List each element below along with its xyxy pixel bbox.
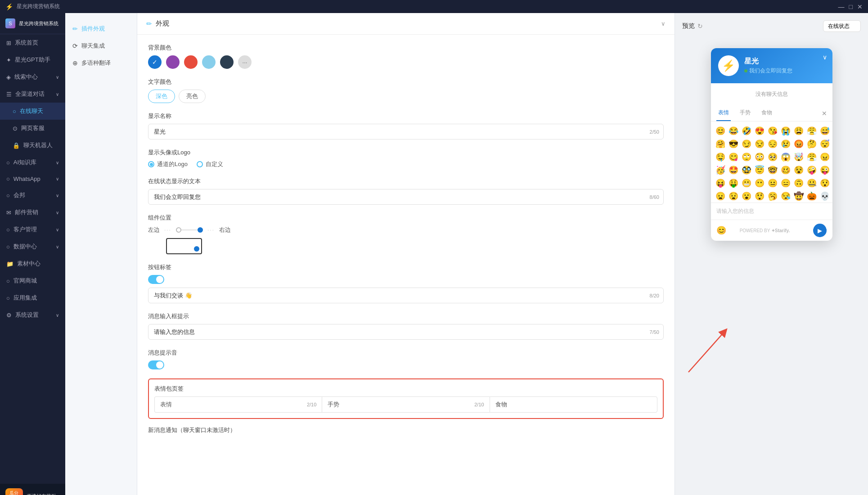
logo-channel-radio[interactable] (148, 161, 154, 167)
emoji-4[interactable]: 😍 (754, 125, 765, 137)
emoji-tab-food[interactable]: 食物 (490, 396, 657, 413)
logo-custom-option[interactable]: 自定义 (197, 160, 223, 168)
color-red[interactable] (184, 55, 198, 69)
plugin-nav-chat-integration[interactable]: ⟳ 聊天集成 (65, 37, 137, 54)
emoji-1[interactable]: 😊 (715, 125, 726, 137)
emoji-3[interactable]: 🤣 (741, 125, 752, 137)
maximize-button[interactable]: □ (849, 3, 853, 10)
sidebar-item-chatbot[interactable]: 🔒 聊天机器人 (0, 137, 65, 154)
emoji-13[interactable]: 😒 (754, 138, 765, 150)
emoji-tab-gesture[interactable]: 手势 2/10 (322, 396, 489, 413)
emoji-29[interactable]: 🤩 (728, 164, 739, 176)
emoji-40[interactable]: 😶 (754, 177, 765, 189)
emoji-44[interactable]: 🤐 (806, 177, 818, 189)
emoji-47[interactable]: 😧 (728, 190, 739, 202)
sidebar-item-settings[interactable]: ⚙ 系统设置 ∨ (0, 306, 65, 324)
emoji-45[interactable]: 😯 (819, 177, 831, 189)
emoji-12[interactable]: 😏 (741, 138, 752, 150)
section-collapse-icon[interactable]: ∨ (661, 20, 666, 27)
color-blue[interactable] (148, 55, 162, 69)
emoji-19[interactable]: 🤤 (715, 151, 726, 163)
emoji-9[interactable]: 😅 (819, 125, 831, 137)
emoji-36[interactable]: 😜 (819, 164, 831, 176)
button-tag-input[interactable] (148, 288, 664, 303)
emoji-18[interactable]: 😴 (819, 138, 831, 150)
emoji-37[interactable]: 😝 (715, 177, 726, 189)
emoji-27[interactable]: 😠 (819, 151, 831, 163)
chat-send-button[interactable]: ▶ (813, 224, 827, 237)
color-dark[interactable] (220, 55, 234, 69)
sidebar-item-leads[interactable]: ◈ 线索中心 ∨ (0, 68, 65, 86)
emoji-5[interactable]: 😘 (767, 125, 778, 137)
sidebar-item-ai-kb[interactable]: ○ AI知识库 ∨ (0, 154, 65, 171)
emoji-8[interactable]: 😤 (806, 125, 818, 137)
emoji-21[interactable]: 🙄 (741, 151, 752, 163)
emoji-42[interactable]: 😑 (780, 177, 792, 189)
emoji-2[interactable]: 😂 (728, 125, 739, 137)
emoji-6[interactable]: 😭 (780, 125, 792, 137)
emoji-16[interactable]: 😡 (793, 138, 805, 150)
chat-emoji-tab-food[interactable]: 食物 (760, 105, 774, 121)
more-colors-button[interactable]: ··· (238, 55, 252, 69)
emoji-23[interactable]: 🥺 (767, 151, 778, 163)
sidebar-bottom-promo[interactable]: 瓜分 600万 邀请好友奖励 (0, 484, 65, 495)
emoji-38[interactable]: 🤑 (728, 177, 739, 189)
emoji-20[interactable]: 😋 (728, 151, 739, 163)
emoji-17[interactable]: 🤔 (806, 138, 818, 150)
position-track[interactable] (176, 225, 203, 234)
emoji-34[interactable]: 😵 (793, 164, 805, 176)
sidebar-item-assets[interactable]: 📁 素材中心 (0, 255, 65, 272)
sidebar-item-web-service[interactable]: ⊙ 网页客服 (0, 120, 65, 137)
emoji-46[interactable]: 😦 (715, 190, 726, 202)
sidebar-item-huibang[interactable]: ○ 会邦 ∨ (0, 187, 65, 204)
text-color-dark-btn[interactable]: 深色 (148, 90, 175, 103)
emoji-10[interactable]: 🤗 (715, 138, 726, 150)
emoji-54[interactable]: 💀 (819, 190, 831, 202)
sidebar-item-channels[interactable]: ☰ 全渠道对话 ∨ (0, 86, 65, 103)
notif-sound-toggle[interactable] (148, 360, 164, 369)
emoji-32[interactable]: 🤓 (767, 164, 778, 176)
emoji-50[interactable]: 🥱 (767, 190, 778, 202)
online-text-input[interactable] (148, 189, 664, 205)
emoji-43[interactable]: 🙃 (793, 177, 805, 189)
emoji-41[interactable]: 😐 (767, 177, 778, 189)
emoji-14[interactable]: 😔 (767, 138, 778, 150)
preview-refresh-icon[interactable]: ↻ (697, 22, 703, 30)
emoji-25[interactable]: 🤯 (793, 151, 805, 163)
sidebar-item-website[interactable]: ○ 官网商城 (0, 272, 65, 289)
emoji-48[interactable]: 😮 (741, 190, 752, 202)
logo-custom-radio[interactable] (197, 161, 203, 167)
emoji-49[interactable]: 😲 (754, 190, 765, 202)
emoji-11[interactable]: 😎 (728, 138, 739, 150)
minimize-button[interactable]: — (838, 3, 845, 10)
emoji-26[interactable]: 😤 (806, 151, 818, 163)
emoji-52[interactable]: 🤠 (793, 190, 805, 202)
sidebar-item-gpt[interactable]: ✦ 星光GPT助手 (0, 51, 65, 68)
sidebar-item-customers[interactable]: ○ 客户管理 ∨ (0, 221, 65, 238)
emoji-53[interactable]: 🎃 (806, 190, 818, 202)
emoji-33[interactable]: 🥴 (780, 164, 792, 176)
emoji-28[interactable]: 🥳 (715, 164, 726, 176)
emoji-31[interactable]: 😇 (754, 164, 765, 176)
chat-emoji-tab-gesture[interactable]: 手势 (738, 105, 752, 121)
plugin-nav-appearance[interactable]: ✏ 插件外观 (65, 20, 137, 37)
emoji-tab-emotion[interactable]: 表情 2/10 (154, 396, 322, 413)
logo-channel-option[interactable]: 通道的Logo (148, 160, 188, 168)
sidebar-item-data[interactable]: ○ 数据中心 ∨ (0, 238, 65, 255)
status-select[interactable]: 在线状态 离线状态 (823, 20, 861, 32)
color-purple[interactable] (166, 55, 180, 69)
sidebar-item-home[interactable]: ⊞ 系统首页 (0, 34, 65, 51)
emoji-30[interactable]: 🥸 (741, 164, 752, 176)
emoji-35[interactable]: 🤪 (806, 164, 818, 176)
text-color-light-btn[interactable]: 亮色 (179, 90, 206, 103)
emoji-24[interactable]: 😱 (780, 151, 792, 163)
display-name-input[interactable] (148, 124, 664, 140)
emoji-15[interactable]: 😢 (780, 138, 792, 150)
msg-input-hint-input[interactable] (148, 324, 664, 340)
sidebar-item-email[interactable]: ✉ 邮件营销 ∨ (0, 204, 65, 221)
sidebar-item-live-chat[interactable]: ○ 在线聊天 (0, 103, 65, 120)
chat-emoji-close-icon[interactable]: ✕ (822, 110, 827, 117)
emoji-7[interactable]: 😩 (793, 125, 805, 137)
chat-chevron-icon[interactable]: ∨ (823, 54, 827, 61)
button-tag-toggle[interactable] (148, 275, 164, 284)
